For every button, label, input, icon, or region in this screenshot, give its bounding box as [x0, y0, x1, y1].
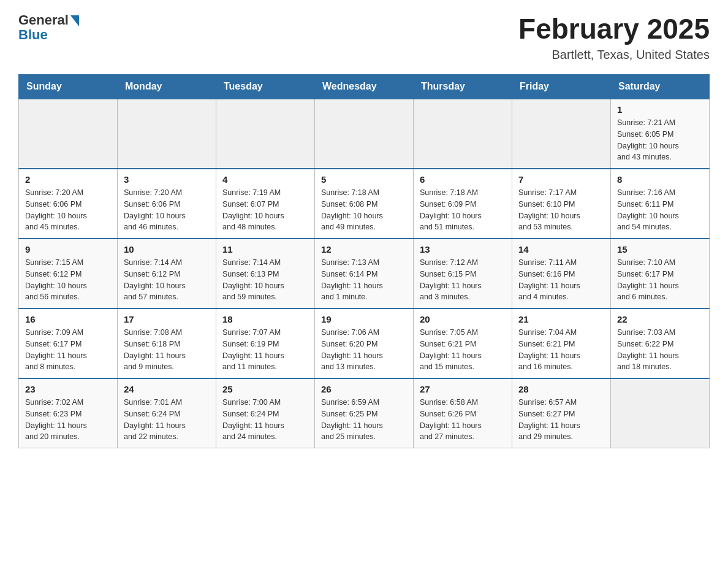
day-info: Sunrise: 7:14 AMSunset: 6:12 PMDaylight:…: [124, 257, 210, 303]
calendar-day-header: Friday: [512, 75, 611, 99]
day-info: Sunrise: 7:00 AMSunset: 6:24 PMDaylight:…: [222, 397, 308, 443]
day-number: 15: [617, 244, 703, 255]
calendar-week-row: 9Sunrise: 7:15 AMSunset: 6:12 PMDaylight…: [19, 239, 710, 308]
day-info: Sunrise: 7:13 AMSunset: 6:14 PMDaylight:…: [321, 257, 407, 303]
day-info: Sunrise: 7:18 AMSunset: 6:09 PMDaylight:…: [420, 187, 506, 233]
day-number: 6: [420, 174, 506, 185]
day-number: 2: [25, 174, 111, 185]
calendar-cell: 19Sunrise: 7:06 AMSunset: 6:20 PMDayligh…: [315, 308, 414, 378]
day-number: 17: [124, 314, 210, 324]
calendar-day-header: Wednesday: [315, 75, 414, 99]
day-number: 11: [222, 244, 308, 255]
day-info: Sunrise: 6:59 AMSunset: 6:25 PMDaylight:…: [321, 397, 407, 443]
calendar-cell: 18Sunrise: 7:07 AMSunset: 6:19 PMDayligh…: [216, 308, 315, 378]
day-number: 24: [124, 384, 210, 394]
day-info: Sunrise: 7:18 AMSunset: 6:08 PMDaylight:…: [321, 187, 407, 233]
day-info: Sunrise: 7:20 AMSunset: 6:06 PMDaylight:…: [25, 187, 111, 233]
calendar-cell: 11Sunrise: 7:14 AMSunset: 6:13 PMDayligh…: [216, 239, 315, 308]
day-number: 20: [420, 314, 506, 324]
day-number: 25: [222, 384, 308, 394]
calendar-cell: 23Sunrise: 7:02 AMSunset: 6:23 PMDayligh…: [19, 378, 118, 448]
calendar-cell: 17Sunrise: 7:08 AMSunset: 6:18 PMDayligh…: [118, 308, 216, 378]
day-info: Sunrise: 7:15 AMSunset: 6:12 PMDaylight:…: [25, 257, 111, 303]
calendar-cell: 2Sunrise: 7:20 AMSunset: 6:06 PMDaylight…: [19, 169, 118, 239]
day-info: Sunrise: 7:03 AMSunset: 6:22 PMDaylight:…: [617, 327, 703, 373]
calendar-cell: 15Sunrise: 7:10 AMSunset: 6:17 PMDayligh…: [611, 239, 710, 308]
day-info: Sunrise: 7:21 AMSunset: 6:05 PMDaylight:…: [617, 117, 703, 163]
day-number: 22: [617, 314, 703, 324]
day-number: 9: [25, 244, 111, 255]
day-number: 27: [420, 384, 506, 394]
calendar-cell: [315, 99, 414, 169]
day-info: Sunrise: 7:16 AMSunset: 6:11 PMDaylight:…: [617, 187, 703, 233]
calendar-cell: 12Sunrise: 7:13 AMSunset: 6:14 PMDayligh…: [315, 239, 414, 308]
day-number: 21: [518, 314, 604, 324]
calendar-week-row: 1Sunrise: 7:21 AMSunset: 6:05 PMDaylight…: [19, 99, 710, 169]
day-number: 14: [518, 244, 604, 255]
day-info: Sunrise: 7:07 AMSunset: 6:19 PMDaylight:…: [222, 327, 308, 373]
calendar-cell: 26Sunrise: 6:59 AMSunset: 6:25 PMDayligh…: [315, 378, 414, 448]
calendar-cell: [216, 99, 315, 169]
calendar-header-row: SundayMondayTuesdayWednesdayThursdayFrid…: [19, 75, 710, 99]
title-section: February 2025 Bartlett, Texas, United St…: [518, 12, 710, 62]
day-number: 23: [25, 384, 111, 394]
day-info: Sunrise: 7:19 AMSunset: 6:07 PMDaylight:…: [222, 187, 308, 233]
day-info: Sunrise: 6:58 AMSunset: 6:26 PMDaylight:…: [420, 397, 506, 443]
calendar-cell: [19, 99, 118, 169]
calendar-cell: 22Sunrise: 7:03 AMSunset: 6:22 PMDayligh…: [611, 308, 710, 378]
day-number: 16: [25, 314, 111, 324]
logo-general-text: General: [18, 12, 69, 28]
calendar-week-row: 2Sunrise: 7:20 AMSunset: 6:06 PMDaylight…: [19, 169, 710, 239]
calendar-cell: [118, 99, 216, 169]
calendar-table: SundayMondayTuesdayWednesdayThursdayFrid…: [18, 74, 710, 448]
calendar-cell: 28Sunrise: 6:57 AMSunset: 6:27 PMDayligh…: [512, 378, 611, 448]
calendar-cell: 13Sunrise: 7:12 AMSunset: 6:15 PMDayligh…: [414, 239, 512, 308]
calendar-cell: 10Sunrise: 7:14 AMSunset: 6:12 PMDayligh…: [118, 239, 216, 308]
day-info: Sunrise: 7:17 AMSunset: 6:10 PMDaylight:…: [518, 187, 604, 233]
calendar-cell: 16Sunrise: 7:09 AMSunset: 6:17 PMDayligh…: [19, 308, 118, 378]
calendar-week-row: 23Sunrise: 7:02 AMSunset: 6:23 PMDayligh…: [19, 378, 710, 448]
month-title: February 2025: [518, 12, 710, 45]
day-number: 28: [518, 384, 604, 394]
day-number: 12: [321, 244, 407, 255]
day-number: 26: [321, 384, 407, 394]
page-header: General Blue February 2025 Bartlett, Tex…: [18, 12, 710, 62]
day-number: 1: [617, 104, 703, 115]
calendar-cell: 14Sunrise: 7:11 AMSunset: 6:16 PMDayligh…: [512, 239, 611, 308]
day-info: Sunrise: 7:02 AMSunset: 6:23 PMDaylight:…: [25, 397, 111, 443]
day-number: 3: [124, 174, 210, 185]
calendar-cell: 25Sunrise: 7:00 AMSunset: 6:24 PMDayligh…: [216, 378, 315, 448]
day-info: Sunrise: 7:11 AMSunset: 6:16 PMDaylight:…: [518, 257, 604, 303]
day-info: Sunrise: 6:57 AMSunset: 6:27 PMDaylight:…: [518, 397, 604, 443]
day-info: Sunrise: 7:04 AMSunset: 6:21 PMDaylight:…: [518, 327, 604, 373]
day-number: 18: [222, 314, 308, 324]
logo: General Blue: [18, 12, 79, 43]
logo-arrow-icon: [70, 15, 79, 26]
calendar-cell: 7Sunrise: 7:17 AMSunset: 6:10 PMDaylight…: [512, 169, 611, 239]
day-info: Sunrise: 7:08 AMSunset: 6:18 PMDaylight:…: [124, 327, 210, 373]
day-number: 4: [222, 174, 308, 185]
day-info: Sunrise: 7:10 AMSunset: 6:17 PMDaylight:…: [617, 257, 703, 303]
day-number: 10: [124, 244, 210, 255]
day-info: Sunrise: 7:12 AMSunset: 6:15 PMDaylight:…: [420, 257, 506, 303]
day-info: Sunrise: 7:01 AMSunset: 6:24 PMDaylight:…: [124, 397, 210, 443]
calendar-cell: 5Sunrise: 7:18 AMSunset: 6:08 PMDaylight…: [315, 169, 414, 239]
calendar-day-header: Tuesday: [216, 75, 315, 99]
calendar-cell: 1Sunrise: 7:21 AMSunset: 6:05 PMDaylight…: [611, 99, 710, 169]
day-info: Sunrise: 7:05 AMSunset: 6:21 PMDaylight:…: [420, 327, 506, 373]
calendar-cell: 4Sunrise: 7:19 AMSunset: 6:07 PMDaylight…: [216, 169, 315, 239]
calendar-cell: 27Sunrise: 6:58 AMSunset: 6:26 PMDayligh…: [414, 378, 512, 448]
day-number: 8: [617, 174, 703, 185]
day-info: Sunrise: 7:14 AMSunset: 6:13 PMDaylight:…: [222, 257, 308, 303]
calendar-day-header: Monday: [118, 75, 216, 99]
logo-blue-text: Blue: [18, 27, 48, 43]
calendar-cell: 9Sunrise: 7:15 AMSunset: 6:12 PMDaylight…: [19, 239, 118, 308]
calendar-cell: [512, 99, 611, 169]
calendar-cell: 3Sunrise: 7:20 AMSunset: 6:06 PMDaylight…: [118, 169, 216, 239]
calendar-cell: [414, 99, 512, 169]
calendar-cell: 8Sunrise: 7:16 AMSunset: 6:11 PMDaylight…: [611, 169, 710, 239]
calendar-cell: 6Sunrise: 7:18 AMSunset: 6:09 PMDaylight…: [414, 169, 512, 239]
day-number: 13: [420, 244, 506, 255]
calendar-cell: 20Sunrise: 7:05 AMSunset: 6:21 PMDayligh…: [414, 308, 512, 378]
calendar-cell: 21Sunrise: 7:04 AMSunset: 6:21 PMDayligh…: [512, 308, 611, 378]
